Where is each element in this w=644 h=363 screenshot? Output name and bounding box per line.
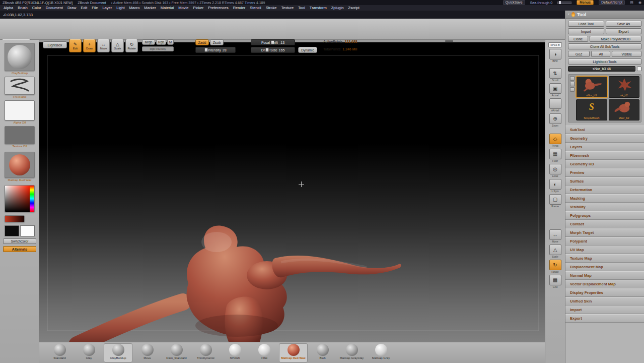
menu-file[interactable]: File bbox=[92, 6, 98, 10]
nav-move-button[interactable]: ↔ bbox=[549, 229, 561, 240]
menu-brush[interactable]: Brush bbox=[18, 6, 28, 10]
tray-item-hpolish[interactable]: hPolish bbox=[221, 343, 249, 362]
import-button[interactable]: Import bbox=[568, 28, 604, 34]
current-stroke-thumbnail[interactable] bbox=[5, 77, 35, 95]
draw-button[interactable]: + Draw bbox=[83, 39, 96, 52]
section-masking[interactable]: Masking bbox=[565, 194, 644, 203]
goz-visible-button[interactable]: Visible bbox=[612, 51, 641, 57]
menu-render[interactable]: Render bbox=[233, 6, 246, 10]
tray-item-matcap-grayclay[interactable]: MatCap GrayClay bbox=[337, 343, 366, 362]
see-through-slider[interactable] bbox=[557, 2, 571, 4]
tool-thumbnail-creature2[interactable]: sNor_b2 bbox=[609, 99, 640, 121]
floor-button[interactable]: ▦ bbox=[549, 149, 561, 159]
section-surface[interactable]: Surface bbox=[565, 177, 644, 186]
main-color-swatch[interactable] bbox=[5, 225, 19, 236]
menu-light[interactable]: Light bbox=[116, 6, 124, 10]
rgb-button[interactable]: Rgb bbox=[156, 39, 166, 45]
menu-stencil[interactable]: Stencil bbox=[250, 6, 261, 10]
tray-item-move[interactable]: Move bbox=[133, 343, 162, 362]
section-normal-map[interactable]: Normal Map bbox=[565, 271, 644, 280]
menu-material[interactable]: Material bbox=[161, 6, 174, 10]
section-import[interactable]: Import bbox=[565, 306, 644, 314]
color-hue-strip[interactable] bbox=[30, 186, 34, 212]
chevron-left-icon[interactable]: ‹ bbox=[568, 12, 569, 17]
tool-thumbnail-simplebrush[interactable]: S SimpleBrush bbox=[576, 99, 607, 121]
rgb-intensity-slider[interactable]: Rgb Intensity bbox=[142, 46, 174, 51]
make-polymesh3d-button[interactable]: Make PolyMesh3D bbox=[590, 36, 641, 42]
document-icon[interactable]: ▤ bbox=[630, 1, 633, 5]
document-canvas[interactable] bbox=[39, 42, 545, 342]
current-material-thumbnail[interactable] bbox=[5, 152, 35, 178]
color-picker[interactable] bbox=[5, 185, 35, 212]
section-geometry-hd[interactable]: Geometry HD bbox=[565, 160, 644, 168]
menu-edit[interactable]: Edit bbox=[81, 6, 87, 10]
tool-mini-strip[interactable] bbox=[570, 76, 575, 120]
z-intensity-slider[interactable]: Z Intensity 28 bbox=[195, 47, 236, 53]
menu-texture[interactable]: Texture bbox=[281, 6, 294, 10]
section-deformation[interactable]: Deformation bbox=[565, 186, 644, 194]
menu-stroke[interactable]: Stroke bbox=[266, 6, 277, 10]
tray-item-inflat[interactable]: Inflat bbox=[250, 343, 278, 362]
section-geometry[interactable]: Geometry bbox=[565, 134, 644, 143]
section-visibility[interactable]: Visibility bbox=[565, 203, 644, 211]
tray-item-matcap-red-wax[interactable]: MatCap Red Wax bbox=[279, 343, 308, 362]
tray-item-clay[interactable]: Clay bbox=[75, 343, 103, 362]
actual-button[interactable]: ▣ bbox=[549, 83, 561, 94]
sculpt-viewport[interactable] bbox=[39, 42, 545, 342]
section-fibermesh[interactable]: Fibermesh bbox=[565, 151, 644, 160]
menus-toggle[interactable]: Menus bbox=[577, 0, 594, 5]
menu-marker[interactable]: Marker bbox=[144, 6, 156, 10]
menu-preferences[interactable]: Preferences bbox=[208, 6, 228, 10]
mrgb-button[interactable]: Mrgb bbox=[142, 39, 155, 45]
tool-restore-button[interactable] bbox=[637, 67, 641, 71]
tray-item-blob[interactable]: Blob bbox=[308, 343, 337, 362]
section-texture-map[interactable]: Texture Map bbox=[565, 254, 644, 263]
slider-thumb[interactable] bbox=[271, 40, 274, 44]
aahalf-button[interactable] bbox=[549, 98, 561, 109]
goz-button[interactable]: GoZ bbox=[568, 51, 590, 57]
menu-picker[interactable]: Picker bbox=[193, 6, 203, 10]
tray-item-dam-standard[interactable]: Dam_Standard bbox=[162, 343, 191, 362]
color-saturation-area[interactable] bbox=[5, 186, 30, 212]
clone-button[interactable]: Clone bbox=[568, 36, 588, 42]
m-button[interactable]: M bbox=[167, 39, 174, 45]
quicksave-button[interactable]: QuickSave bbox=[503, 0, 525, 5]
edit-button[interactable]: ✎ Edit bbox=[69, 39, 82, 52]
section-display-properties[interactable]: Display Properties bbox=[565, 288, 644, 297]
save-as-button[interactable]: Save As bbox=[606, 21, 642, 27]
menu-transform[interactable]: Transform bbox=[310, 6, 327, 10]
local-button[interactable]: ◎ bbox=[549, 164, 561, 174]
persp-button[interactable]: ◇ bbox=[549, 134, 561, 144]
load-tool-button[interactable]: Load Tool bbox=[568, 21, 604, 27]
section-export[interactable]: Export bbox=[565, 314, 644, 323]
secondary-color-swatch[interactable] bbox=[20, 225, 35, 236]
slider-thumb[interactable] bbox=[204, 48, 208, 52]
menu-document[interactable]: Document bbox=[46, 6, 63, 10]
tool-name-slider[interactable]: sNor_b3 46 bbox=[568, 66, 635, 72]
clone-all-subtools-button[interactable]: Clone All SubTools bbox=[568, 43, 641, 49]
draw-size-slider[interactable]: Draw Size 165 bbox=[251, 47, 295, 53]
gradient-swatch[interactable] bbox=[5, 215, 25, 222]
section-vector-displacement-map[interactable]: Vector Displacement Map bbox=[565, 280, 644, 288]
move-button[interactable]: ↔ Move bbox=[97, 39, 110, 52]
zoom-button[interactable]: ⊕ bbox=[549, 113, 561, 124]
scale-button[interactable]: △ Scale bbox=[111, 39, 124, 52]
current-alpha-thumbnail[interactable] bbox=[5, 100, 35, 120]
section-layers[interactable]: Layers bbox=[565, 143, 644, 151]
switch-color-button[interactable]: SwitchColor bbox=[3, 238, 36, 244]
menu-color[interactable]: Color bbox=[32, 6, 41, 10]
tray-item-matcap-gray[interactable]: MatCap Gray bbox=[367, 343, 395, 362]
section-polygroups[interactable]: Polygroups bbox=[565, 211, 644, 220]
menu-zscript[interactable]: Zscript bbox=[348, 6, 360, 10]
section-preview[interactable]: Preview bbox=[565, 168, 644, 177]
nav-scale-button[interactable]: △ bbox=[549, 245, 561, 255]
tray-item-trimdynamic[interactable]: TrimDynamic bbox=[191, 343, 220, 362]
scroll-button[interactable]: ⇅ bbox=[549, 68, 561, 79]
frame-button[interactable]: ▢ bbox=[549, 194, 561, 205]
menu-draw[interactable]: Draw bbox=[67, 6, 77, 10]
current-texture-thumbnail[interactable] bbox=[5, 126, 35, 144]
bpr-button[interactable]: ◑ bbox=[549, 49, 561, 59]
tray-item-standard[interactable]: Standard bbox=[45, 343, 74, 362]
focal-shift-slider[interactable]: Focal Shift -13 bbox=[251, 39, 295, 45]
zsub-button[interactable]: Zsub bbox=[210, 39, 224, 45]
